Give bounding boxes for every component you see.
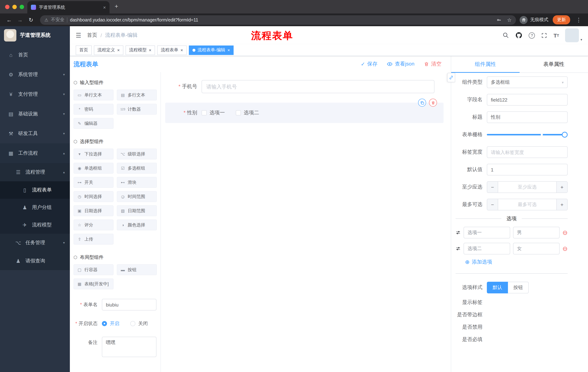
zoom-window-button[interactable] <box>20 5 24 9</box>
chip-radio-group[interactable]: ◉单选框组 <box>74 163 114 174</box>
tag-home[interactable]: 首页 <box>76 45 92 55</box>
view-json-button[interactable]: 查看json <box>387 61 414 67</box>
grid-slider[interactable] <box>487 129 568 140</box>
chip-multi-line-text[interactable]: ▤多行文本 <box>117 90 157 100</box>
sidebar-item-home[interactable]: ⌂ 首页 <box>0 45 70 65</box>
tab-component-props[interactable]: 组件属性 <box>451 56 520 73</box>
chip-cascader[interactable]: ⌥级联选择 <box>117 149 157 159</box>
radio-open[interactable]: 开启 <box>102 320 119 327</box>
chip-upload[interactable]: ⇧上传 <box>74 234 114 244</box>
chip-select[interactable]: ▾下拉选择 <box>74 149 114 159</box>
chip-date-picker[interactable]: ▣日期选择 <box>74 205 114 216</box>
option-value-input[interactable] <box>513 243 560 255</box>
default-value-input[interactable] <box>487 164 568 175</box>
drag-handle-icon[interactable] <box>456 246 461 251</box>
chip-button[interactable]: ▬按钮 <box>117 264 157 275</box>
min-select-value[interactable]: 至少应选 <box>498 182 556 192</box>
drag-handle-icon[interactable] <box>456 230 461 235</box>
reload-icon[interactable]: ↻ <box>25 17 36 23</box>
chip-switch[interactable]: ⊶开关 <box>74 177 114 188</box>
copy-widget-button[interactable] <box>418 99 426 107</box>
tab-close-icon[interactable]: × <box>103 5 106 10</box>
minus-icon[interactable]: − <box>487 199 498 210</box>
font-size-icon[interactable]: TT <box>553 32 559 38</box>
close-icon[interactable]: × <box>180 47 183 53</box>
close-icon[interactable]: × <box>149 47 151 53</box>
delete-widget-button[interactable] <box>429 99 437 107</box>
sidebar-item-leave-query[interactable]: ♟ 请假查询 <box>0 252 70 270</box>
title-input[interactable] <box>487 111 568 123</box>
chip-editor[interactable]: ✎编辑器 <box>74 118 114 129</box>
radio-closed[interactable]: 关闭 <box>130 320 148 327</box>
field-name-input[interactable] <box>487 94 568 106</box>
close-icon[interactable]: × <box>117 47 120 53</box>
form-name-input[interactable] <box>102 299 157 310</box>
user-avatar[interactable]: ▾ <box>565 28 582 42</box>
chip-rate[interactable]: ☆评分 <box>74 220 114 230</box>
style-default-button[interactable]: 默认 <box>487 282 508 293</box>
tag-process-form[interactable]: 流程表单 × <box>157 45 187 55</box>
plus-icon[interactable]: + <box>556 199 567 210</box>
tab-form-props[interactable]: 表单属性 <box>520 56 588 73</box>
chip-table[interactable]: ▦表格[开发中] <box>74 278 114 289</box>
chip-date-range[interactable]: ▧日期范围 <box>117 205 157 216</box>
address-bar[interactable]: ⚠ 不安全 dashboard.yudao.iocoder.cn/bpm/man… <box>40 15 516 25</box>
chip-password[interactable]: *密码 <box>74 104 114 115</box>
style-button-button[interactable]: 按钮 <box>508 282 529 293</box>
search-icon[interactable] <box>503 32 509 39</box>
minus-icon[interactable]: − <box>487 182 498 192</box>
sidebar-item-process-form[interactable]: ▯ 流程表单 <box>0 181 70 199</box>
sidebar-item-process-model[interactable]: ✈ 流程模型 <box>0 216 70 234</box>
github-icon[interactable] <box>515 32 523 39</box>
back-icon[interactable]: ← <box>4 17 15 23</box>
sidebar-item-system[interactable]: ⚙ 系统管理 ▾ <box>0 65 70 85</box>
chip-single-line-text[interactable]: ▭单行文本 <box>74 90 114 100</box>
checkbox-option-1[interactable]: 选项一 <box>202 110 225 116</box>
remove-option-icon[interactable]: ⊖ <box>563 245 568 252</box>
sidebar-item-payment[interactable]: ¥ 支付管理 ▾ <box>0 85 70 104</box>
forward-icon[interactable]: → <box>15 17 25 23</box>
option-value-input[interactable] <box>513 227 560 238</box>
option-name-input[interactable] <box>463 227 510 238</box>
option-name-input[interactable] <box>463 243 510 255</box>
password-key-icon[interactable] <box>496 17 502 22</box>
chip-row-container[interactable]: ▢行容器 <box>74 264 114 275</box>
sidebar-item-process-management[interactable]: ☰ 流程管理 ▴ <box>0 163 70 181</box>
chip-time-picker[interactable]: ◷时间选择 <box>74 191 114 202</box>
sidebar-item-workflow[interactable]: ▦ 工作流程 ▴ <box>0 143 70 163</box>
browser-tab[interactable]: 芋道管理系统 × <box>27 1 110 13</box>
bookmark-star-icon[interactable]: ☆ <box>507 17 512 23</box>
close-icon[interactable]: × <box>227 47 230 53</box>
minimize-window-button[interactable] <box>12 5 17 9</box>
chip-counter[interactable]: 123计数器 <box>117 104 157 115</box>
remove-option-icon[interactable]: ⊖ <box>563 230 568 236</box>
sidebar-item-infrastructure[interactable]: ▤ 基础设施 ▾ <box>0 104 70 124</box>
chip-slider[interactable]: ⊷滑块 <box>117 177 157 188</box>
tag-process-model[interactable]: 流程模型 × <box>126 45 155 55</box>
browser-menu-icon[interactable]: ⋮ <box>575 17 583 23</box>
sidebar-item-devtools[interactable]: ⚒ 研发工具 ▾ <box>0 124 70 143</box>
label-width-input[interactable] <box>487 146 568 158</box>
chip-time-range[interactable]: ◶时间范围 <box>117 191 157 202</box>
new-tab-button[interactable]: + <box>115 3 118 10</box>
checkbox-option-2[interactable]: 选项二 <box>236 110 259 116</box>
breadcrumb-home[interactable]: 首页 <box>87 32 97 39</box>
form-remark-textarea[interactable]: 嘿嘿 <box>102 337 157 357</box>
slider-handle[interactable] <box>562 132 568 138</box>
drawing-canvas[interactable]: 手机号 性别 选项一 <box>161 72 451 372</box>
clear-button[interactable]: 清空 <box>424 61 441 67</box>
tag-process-form-edit[interactable]: 流程表单-编辑 × <box>189 45 234 55</box>
update-button[interactable]: 更新 <box>553 15 570 24</box>
sidebar-item-user-group[interactable]: ♟ 用户分组 <box>0 199 70 216</box>
phone-input[interactable] <box>202 80 434 93</box>
tag-process-definition[interactable]: 流程定义 × <box>94 45 123 55</box>
sidebar-item-task-management[interactable]: ⌥ 任务管理 ▾ <box>0 234 70 252</box>
help-icon[interactable]: ? <box>529 32 535 38</box>
link-handle-button[interactable] <box>447 73 455 82</box>
save-button[interactable]: ✓ 保存 <box>361 61 377 67</box>
field-gender-selected[interactable]: 性别 选项一 选项二 <box>165 103 443 123</box>
component-type-select[interactable]: 多选框组 ▾ <box>487 76 568 88</box>
close-window-button[interactable] <box>5 5 10 9</box>
max-select-value[interactable]: 最多可选 <box>498 199 556 210</box>
field-phone[interactable]: 手机号 <box>165 80 443 93</box>
